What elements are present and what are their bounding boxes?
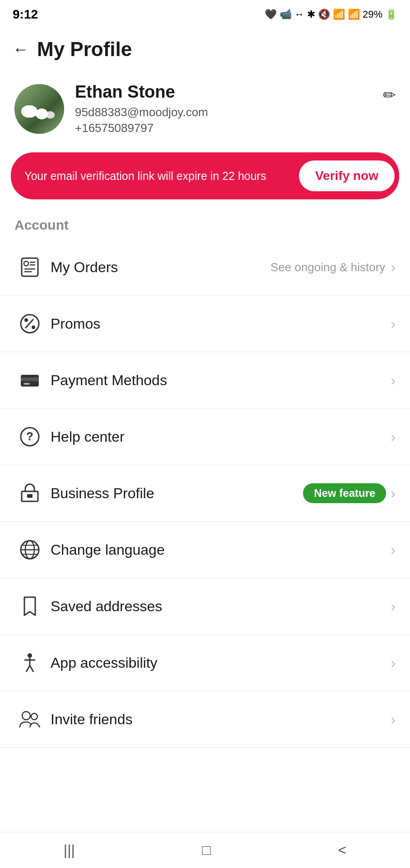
chevron-icon: › — [391, 598, 396, 615]
business-icon — [18, 481, 42, 505]
invite-icon-wrap — [14, 704, 45, 735]
profile-section: Ethan Stone 95d88383@moodjoy.com +165750… — [0, 70, 410, 148]
nav-home-button[interactable]: □ — [184, 837, 228, 863]
battery-text: 29% — [363, 9, 382, 20]
chevron-icon: › — [391, 316, 396, 332]
svg-point-8 — [24, 318, 28, 322]
nfc-icon: ↔ — [294, 9, 304, 20]
invite-friends-icon — [18, 708, 42, 731]
avatar-image — [14, 84, 64, 134]
chevron-icon: › — [391, 711, 396, 728]
svg-rect-16 — [27, 494, 33, 498]
svg-point-1 — [24, 261, 28, 266]
new-feature-badge: New feature — [303, 483, 386, 503]
account-section-label: Account — [0, 213, 410, 239]
my-orders-sublabel: See ongoing & history — [270, 260, 385, 274]
menu-item-promos[interactable]: Promos › — [0, 296, 410, 352]
svg-line-26 — [30, 665, 33, 672]
bottom-navigation: ||| □ < — [0, 832, 410, 868]
nav-back-button[interactable]: < — [320, 837, 364, 863]
orders-icon — [18, 255, 42, 279]
menu-item-change-language[interactable]: Change language › — [0, 522, 410, 578]
menu-item-business-profile[interactable]: Business Profile New feature › — [0, 465, 410, 522]
status-icons: 🖤 📹 ↔ ✱ 🔇 📶 📶 29% 🔋 — [265, 9, 397, 20]
menu-item-help-center[interactable]: ? Help center › — [0, 409, 410, 465]
promos-label: Promos — [51, 316, 391, 332]
chevron-icon: › — [391, 485, 396, 502]
menu-item-invite-friends[interactable]: Invite friends › — [0, 691, 410, 748]
profile-name: Ethan Stone — [75, 82, 396, 102]
help-center-label: Help center — [51, 429, 391, 445]
chevron-icon: › — [391, 542, 396, 558]
avatar — [14, 84, 64, 134]
menu-item-app-accessibility[interactable]: App accessibility › — [0, 635, 410, 691]
svg-rect-12 — [23, 383, 30, 385]
mute-icon: 🔇 — [318, 9, 330, 20]
payment-icon — [18, 368, 42, 392]
svg-text:?: ? — [26, 429, 33, 443]
header: ← My Profile — [0, 27, 410, 70]
payment-icon-wrap — [14, 365, 45, 396]
chevron-icon: › — [391, 429, 396, 445]
svg-rect-0 — [22, 258, 38, 276]
language-icon-wrap — [14, 534, 45, 565]
verification-banner: Your email verification link will expire… — [11, 152, 399, 199]
help-icon: ? — [18, 425, 42, 448]
battery-icon: 🔋 — [385, 9, 397, 20]
status-time: 9:12 — [13, 7, 38, 22]
business-profile-label: Business Profile — [51, 485, 303, 502]
heart-icon: 🖤 — [265, 9, 277, 20]
chevron-icon: › — [391, 655, 396, 671]
invite-friends-label: Invite friends — [51, 711, 391, 728]
svg-point-28 — [31, 713, 37, 720]
business-icon-wrap — [14, 478, 45, 509]
bookmark-icon — [18, 594, 42, 618]
status-bar: 9:12 🖤 📹 ↔ ✱ 🔇 📶 📶 29% 🔋 — [0, 0, 410, 27]
my-orders-label: My Orders — [51, 259, 270, 276]
chevron-icon: › — [391, 372, 396, 389]
accessibility-icon-wrap — [14, 647, 45, 678]
saved-addresses-label: Saved addresses — [51, 598, 391, 615]
bluetooth-icon: ✱ — [307, 9, 315, 20]
menu-item-saved-addresses[interactable]: Saved addresses › — [0, 578, 410, 635]
nav-menu-button[interactable]: ||| — [46, 837, 93, 863]
page-title: My Profile — [37, 38, 132, 61]
svg-point-9 — [32, 326, 35, 329]
wifi-icon: 📶 — [333, 9, 345, 20]
svg-line-25 — [26, 665, 30, 672]
profile-email: 95d88383@moodjoy.com — [75, 105, 396, 119]
my-orders-icon-wrap — [14, 252, 45, 283]
verification-text: Your email verification link will expire… — [24, 168, 294, 184]
help-icon-wrap: ? — [14, 421, 45, 452]
call-icon: 📹 — [280, 9, 292, 20]
addresses-icon-wrap — [14, 591, 45, 622]
back-button[interactable]: ← — [13, 41, 29, 57]
edit-icon: ✏ — [383, 86, 396, 104]
svg-point-27 — [22, 712, 30, 720]
menu-list: My Orders See ongoing & history › Promos… — [0, 239, 410, 748]
svg-rect-11 — [21, 377, 39, 381]
payment-methods-label: Payment Methods — [51, 372, 391, 389]
profile-phone: +16575089797 — [75, 121, 396, 135]
chevron-icon: › — [391, 259, 396, 276]
promos-icon — [18, 312, 42, 335]
menu-item-payment-methods[interactable]: Payment Methods › — [0, 352, 410, 409]
edit-profile-button[interactable]: ✏ — [383, 86, 396, 104]
signal-icon: 📶 — [348, 9, 360, 20]
menu-item-my-orders[interactable]: My Orders See ongoing & history › — [0, 239, 410, 296]
profile-info: Ethan Stone 95d88383@moodjoy.com +165750… — [75, 82, 396, 135]
promos-icon-wrap — [14, 308, 45, 339]
accessibility-icon — [18, 651, 42, 675]
language-icon — [18, 538, 42, 561]
verify-now-button[interactable]: Verify now — [299, 160, 395, 191]
app-accessibility-label: App accessibility — [51, 655, 391, 671]
svg-point-22 — [28, 653, 32, 658]
change-language-label: Change language — [51, 542, 391, 558]
